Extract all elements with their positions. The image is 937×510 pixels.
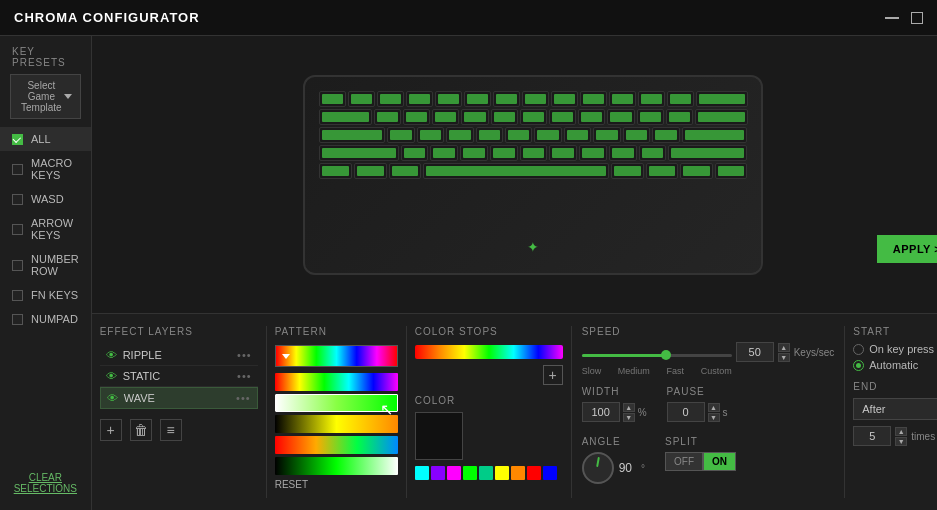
key[interactable] xyxy=(491,109,518,125)
key[interactable] xyxy=(623,127,650,143)
key[interactable] xyxy=(680,163,713,179)
minimize-button[interactable] xyxy=(885,17,899,19)
pattern-swatch-rainbow[interactable] xyxy=(275,373,398,391)
color-swatch-cyan[interactable] xyxy=(415,466,429,480)
key[interactable] xyxy=(564,127,591,143)
color-swatch-teal[interactable] xyxy=(479,466,493,480)
pattern-swatch-multi[interactable] xyxy=(275,436,398,454)
key[interactable] xyxy=(435,91,462,107)
preset-item-macro-keys[interactable]: MACRO KEYS xyxy=(0,151,91,187)
pattern-swatch-matrix[interactable] xyxy=(275,457,398,475)
preset-item-number-row[interactable]: NUMBER ROW xyxy=(0,247,91,283)
end-times-input[interactable] xyxy=(853,426,891,446)
key[interactable] xyxy=(319,163,352,179)
width-down-button[interactable]: ▼ xyxy=(623,413,635,422)
apply-button[interactable]: APPLY > xyxy=(877,235,937,263)
key[interactable] xyxy=(490,145,518,161)
spacebar-key[interactable] xyxy=(423,163,609,179)
key[interactable] xyxy=(446,127,473,143)
key[interactable] xyxy=(715,163,748,179)
effect-item-wave[interactable]: 👁 WAVE ••• xyxy=(100,387,258,409)
key[interactable] xyxy=(319,145,398,161)
key[interactable] xyxy=(374,109,401,125)
key[interactable] xyxy=(319,91,346,107)
effect-menu-static[interactable]: ••• xyxy=(237,370,252,382)
preset-item-wasd[interactable]: WASD xyxy=(0,187,91,211)
key[interactable] xyxy=(578,109,605,125)
key[interactable] xyxy=(461,109,488,125)
key[interactable] xyxy=(432,109,459,125)
end-dropdown[interactable]: After xyxy=(853,398,937,420)
add-layer-button[interactable]: + xyxy=(100,419,122,441)
key[interactable] xyxy=(695,109,747,125)
key[interactable] xyxy=(646,163,679,179)
key[interactable] xyxy=(551,91,578,107)
effect-item-static[interactable]: 👁 STATIC ••• xyxy=(100,366,258,387)
key[interactable] xyxy=(493,91,520,107)
preset-item-numpad[interactable]: NUMPAD xyxy=(0,307,91,331)
key[interactable] xyxy=(520,109,547,125)
key[interactable] xyxy=(460,145,488,161)
radio-automatic[interactable]: Automatic xyxy=(853,359,937,371)
key[interactable] xyxy=(520,145,548,161)
reset-link[interactable]: RESET xyxy=(275,479,398,490)
pattern-dropdown[interactable] xyxy=(275,345,398,367)
pause-down-button[interactable]: ▼ xyxy=(708,413,720,422)
key[interactable] xyxy=(668,145,747,161)
preset-item-all[interactable]: ALL xyxy=(0,127,91,151)
key[interactable] xyxy=(389,163,422,179)
key[interactable] xyxy=(522,91,549,107)
key[interactable] xyxy=(652,127,679,143)
color-swatch-blue[interactable] xyxy=(543,466,557,480)
radio-on-key-press[interactable]: On key press xyxy=(853,343,937,355)
game-template-dropdown[interactable]: Select Game Template xyxy=(10,74,81,119)
key[interactable] xyxy=(348,91,375,107)
key[interactable] xyxy=(464,91,491,107)
key[interactable] xyxy=(406,91,433,107)
effect-menu-ripple[interactable]: ••• xyxy=(237,349,252,361)
maximize-button[interactable] xyxy=(911,12,923,24)
color-swatch-orange[interactable] xyxy=(511,466,525,480)
speed-up-button[interactable]: ▲ xyxy=(778,343,790,352)
color-swatch-magenta[interactable] xyxy=(447,466,461,480)
key[interactable] xyxy=(549,145,577,161)
reorder-layer-button[interactable]: ≡ xyxy=(160,419,182,441)
key[interactable] xyxy=(696,91,748,107)
preset-item-fn-keys[interactable]: FN KEYS xyxy=(0,283,91,307)
split-on-button[interactable]: ON xyxy=(703,452,736,471)
width-value-input[interactable] xyxy=(582,402,620,422)
key[interactable] xyxy=(430,145,458,161)
key[interactable] xyxy=(319,109,371,125)
end-times-down-button[interactable]: ▼ xyxy=(895,437,907,446)
color-swatch-yellow[interactable] xyxy=(495,466,509,480)
clear-selections-link[interactable]: CLEAR SELECTIONS xyxy=(0,466,91,500)
width-up-button[interactable]: ▲ xyxy=(623,403,635,412)
effect-item-ripple[interactable]: 👁 RIPPLE ••• xyxy=(100,345,258,366)
key[interactable] xyxy=(579,145,607,161)
color-swatch-red[interactable] xyxy=(527,466,541,480)
key[interactable] xyxy=(609,91,636,107)
key[interactable] xyxy=(609,145,637,161)
pause-up-button[interactable]: ▲ xyxy=(708,403,720,412)
speed-down-button[interactable]: ▼ xyxy=(778,353,790,362)
speed-value-input[interactable] xyxy=(736,342,774,362)
key[interactable] xyxy=(682,127,748,143)
key[interactable] xyxy=(549,109,576,125)
color-swatch-purple[interactable] xyxy=(431,466,445,480)
effect-menu-wave[interactable]: ••• xyxy=(236,392,251,404)
angle-dial[interactable] xyxy=(582,452,614,484)
pause-value-input[interactable] xyxy=(667,402,705,422)
key[interactable] xyxy=(611,163,644,179)
key[interactable] xyxy=(534,127,561,143)
key[interactable] xyxy=(505,127,532,143)
add-color-stop-button[interactable]: + xyxy=(543,365,563,385)
key[interactable] xyxy=(417,127,444,143)
speed-slider[interactable] xyxy=(582,348,732,357)
end-times-up-button[interactable]: ▲ xyxy=(895,427,907,436)
key[interactable] xyxy=(476,127,503,143)
key[interactable] xyxy=(401,145,429,161)
key[interactable] xyxy=(639,145,667,161)
key[interactable] xyxy=(593,127,620,143)
key[interactable] xyxy=(580,91,607,107)
delete-layer-button[interactable]: 🗑 xyxy=(130,419,152,441)
